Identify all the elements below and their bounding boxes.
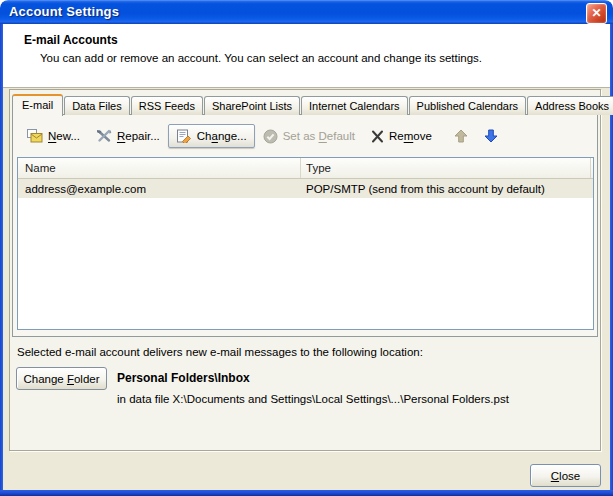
set-as-default-button[interactable]: Set as Default <box>255 124 363 149</box>
titlebar-close-button[interactable]: ✕ <box>586 3 607 24</box>
arrow-down-icon <box>484 129 498 143</box>
set-as-default-label: Set as Default <box>283 130 355 142</box>
new-button-label: New... <box>48 130 80 142</box>
main-panel: E-mail Data Files RSS Feeds SharePoint L… <box>9 89 601 451</box>
repair-button[interactable]: Repair... <box>88 124 168 148</box>
window-frame-bottom <box>0 490 613 496</box>
tab-address-books[interactable]: Address Books <box>527 96 613 115</box>
remove-button-label: Remove <box>389 130 432 142</box>
close-button[interactable]: Close <box>530 464 601 487</box>
header-title: E-mail Accounts <box>24 33 118 47</box>
account-row[interactable]: address@example.com POP/SMTP (send from … <box>18 179 593 198</box>
new-mail-icon <box>26 129 43 143</box>
accounts-toolbar: New... Repair... <box>18 122 506 150</box>
move-down-button[interactable] <box>476 124 506 148</box>
column-header-type[interactable]: Type <box>301 158 591 178</box>
header-description: You can add or remove an account. You ca… <box>40 52 482 64</box>
account-type-cell: POP/SMTP (send from this account by defa… <box>301 183 591 195</box>
account-settings-dialog: Account Settings ✕ E-mail Accounts You c… <box>0 0 613 496</box>
change-folder-label: Change Folder <box>23 373 99 385</box>
data-file-path: in data file X:\Documents and Settings\L… <box>117 393 509 405</box>
change-button-label: Change... <box>197 130 247 142</box>
tab-sharepoint-lists[interactable]: SharePoint Lists <box>204 96 300 115</box>
change-button[interactable]: Change... <box>168 124 255 148</box>
delivery-location-note: Selected e-mail account delivers new e-m… <box>17 346 423 358</box>
window-title: Account Settings <box>9 4 119 19</box>
change-folder-button[interactable]: Change Folder <box>16 367 107 390</box>
accounts-list: Name Type address@example.com POP/SMTP (… <box>17 157 594 330</box>
dialog-header: E-mail Accounts You can add or remove an… <box>3 24 610 88</box>
titlebar[interactable]: Account Settings ✕ <box>0 0 613 24</box>
tab-data-files[interactable]: Data Files <box>64 96 130 115</box>
new-account-button[interactable]: New... <box>18 124 88 148</box>
repair-button-label: Repair... <box>117 130 160 142</box>
tab-email[interactable]: E-mail <box>12 94 63 116</box>
repair-icon <box>96 129 112 143</box>
account-name-cell: address@example.com <box>18 183 301 195</box>
tab-internet-calendars[interactable]: Internet Calendars <box>301 96 408 115</box>
tab-published-calendars[interactable]: Published Calendars <box>409 96 527 115</box>
window-frame-left <box>0 24 3 496</box>
move-up-button[interactable] <box>446 124 476 148</box>
remove-x-icon <box>371 130 384 143</box>
tab-rss-feeds[interactable]: RSS Feeds <box>131 96 203 115</box>
set-default-check-icon <box>263 129 278 144</box>
tab-strip: E-mail Data Files RSS Feeds SharePoint L… <box>12 92 613 115</box>
remove-button[interactable]: Remove <box>363 125 440 148</box>
delivery-location: Personal Folders\Inbox <box>117 371 250 385</box>
tab-page-email: New... Repair... <box>12 114 598 337</box>
close-icon: ✕ <box>591 6 601 20</box>
column-header-name[interactable]: Name <box>18 158 301 178</box>
change-icon <box>176 129 192 143</box>
list-header: Name Type <box>18 158 593 179</box>
close-button-label: Close <box>551 470 580 482</box>
arrow-up-icon <box>454 129 468 143</box>
